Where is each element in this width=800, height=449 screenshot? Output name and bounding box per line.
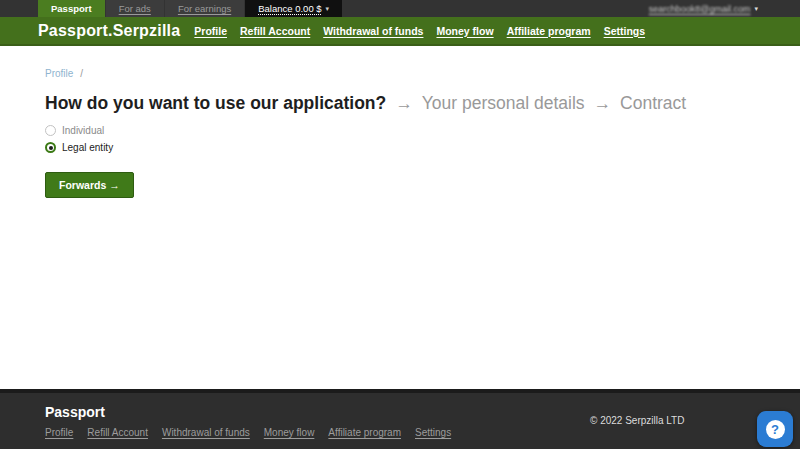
arrow-right-icon: → bbox=[594, 93, 612, 113]
tab-for-ads-label: For ads bbox=[119, 3, 151, 14]
balance-dropdown[interactable]: Balance 0.00 $ ▾ bbox=[245, 0, 342, 17]
arrow-right-icon: → bbox=[395, 93, 413, 113]
breadcrumb-link-profile[interactable]: Profile bbox=[45, 68, 73, 79]
radio-label-individual: Individual bbox=[62, 125, 104, 136]
forwards-button[interactable]: Forwards → bbox=[45, 172, 134, 198]
caret-down-icon: ▾ bbox=[326, 5, 330, 13]
app-logo: Passport.Serpzilla bbox=[38, 22, 180, 40]
tab-for-earnings-label: For earnings bbox=[178, 3, 231, 14]
footer-link-withdrawal-of-funds[interactable]: Withdrawal of funds bbox=[162, 427, 250, 438]
footer-link-settings[interactable]: Settings bbox=[415, 427, 451, 438]
main-navbar: Passport.Serpzilla Profile Refill Accoun… bbox=[0, 17, 800, 46]
radio-option-legal-entity[interactable]: Legal entity bbox=[45, 142, 762, 153]
tab-for-earnings[interactable]: For earnings bbox=[165, 0, 244, 17]
radio-unchecked-icon[interactable] bbox=[45, 125, 56, 136]
copyright-text: © 2022 Serpzilla LTD bbox=[590, 415, 684, 426]
footer-link-refill-account[interactable]: Refill Account bbox=[87, 427, 148, 438]
help-widget-button[interactable]: ? bbox=[757, 411, 793, 447]
question-mark-icon: ? bbox=[766, 420, 785, 439]
nav-link-profile[interactable]: Profile bbox=[194, 25, 227, 37]
nav-link-settings[interactable]: Settings bbox=[604, 25, 645, 37]
breadcrumb: Profile / bbox=[45, 68, 762, 80]
page-footer: Passport Profile Refill Account Withdraw… bbox=[0, 389, 800, 449]
wizard-step-personal-details: Your personal details bbox=[422, 93, 585, 113]
account-menu[interactable]: searchbook8@gmail.com ▾ bbox=[649, 0, 800, 17]
account-email: searchbook8@gmail.com bbox=[649, 4, 751, 14]
footer-link-money-flow[interactable]: Money flow bbox=[264, 427, 315, 438]
wizard-step-current: How do you want to use our application? bbox=[45, 93, 386, 113]
caret-down-icon: ▾ bbox=[754, 5, 758, 13]
tab-for-ads[interactable]: For ads bbox=[106, 0, 164, 17]
tab-passport-label: Passport bbox=[51, 3, 92, 14]
radio-dot bbox=[49, 146, 53, 150]
nav-link-withdrawal-of-funds[interactable]: Withdrawal of funds bbox=[323, 25, 423, 37]
tab-passport[interactable]: Passport bbox=[38, 0, 105, 17]
radio-checked-icon[interactable] bbox=[45, 142, 56, 153]
main-content: Profile / How do you want to use our app… bbox=[0, 46, 800, 387]
account-type-options: Individual Legal entity bbox=[45, 125, 762, 153]
nav-link-affiliate-program[interactable]: Affiliate program bbox=[507, 25, 591, 37]
footer-link-profile[interactable]: Profile bbox=[45, 427, 73, 438]
balance-label: Balance 0.00 $ bbox=[258, 3, 321, 14]
breadcrumb-separator: / bbox=[80, 68, 83, 79]
top-tab-bar: Passport For ads For earnings Balance 0.… bbox=[0, 0, 800, 17]
navbar-links: Profile Refill Account Withdrawal of fun… bbox=[194, 25, 645, 37]
wizard-step-contract: Contract bbox=[620, 93, 686, 113]
nav-link-money-flow[interactable]: Money flow bbox=[436, 25, 493, 37]
radio-label-legal-entity: Legal entity bbox=[62, 142, 113, 153]
footer-link-affiliate-program[interactable]: Affiliate program bbox=[328, 427, 401, 438]
footer-links: Profile Refill Account Withdrawal of fun… bbox=[45, 427, 762, 438]
nav-link-refill-account[interactable]: Refill Account bbox=[240, 25, 310, 37]
wizard-heading: How do you want to use our application?→… bbox=[45, 92, 762, 114]
radio-option-individual[interactable]: Individual bbox=[45, 125, 762, 136]
